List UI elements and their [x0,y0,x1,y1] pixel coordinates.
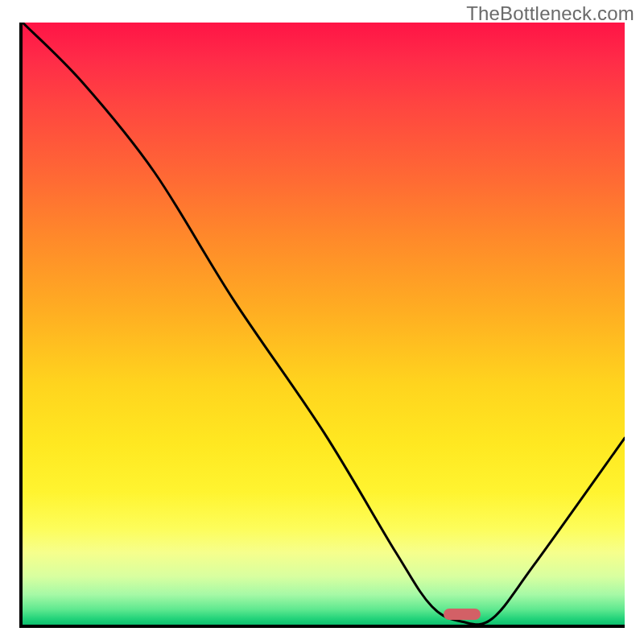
plot-area [19,23,625,628]
chart-container: TheBottleneck.com [0,0,644,644]
watermark-text: TheBottleneck.com [466,2,634,25]
optimal-marker [444,609,481,620]
bottleneck-curve-path [23,23,625,625]
curve-svg [23,23,625,625]
